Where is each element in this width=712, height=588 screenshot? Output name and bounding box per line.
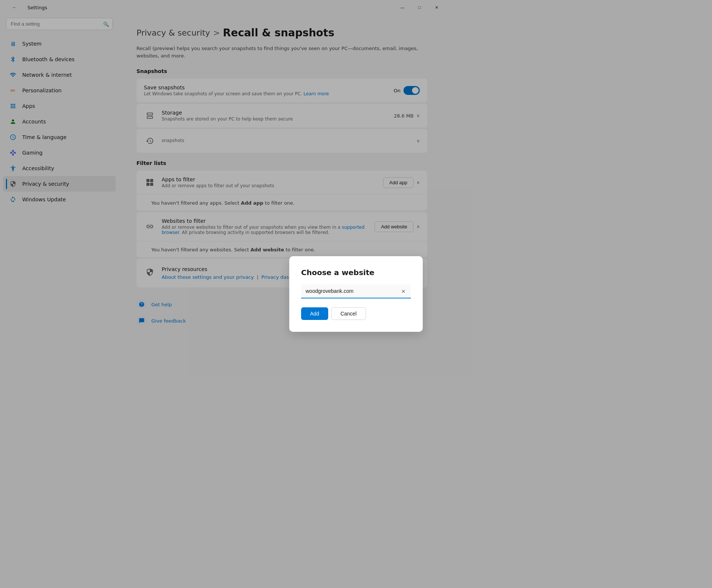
website-input[interactable] <box>301 284 411 298</box>
dialog-actions: Add Cancel <box>301 307 411 320</box>
dialog-add-button[interactable]: Add <box>301 307 328 320</box>
dialog-cancel-button[interactable]: Cancel <box>331 307 366 320</box>
dialog-title: Choose a website <box>301 268 411 277</box>
dialog-clear-button[interactable]: ✕ <box>399 287 408 296</box>
dialog-overlay: Choose a website ✕ Add Cancel <box>0 0 445 371</box>
choose-website-dialog: Choose a website ✕ Add Cancel <box>289 256 423 332</box>
dialog-input-wrap: ✕ <box>301 284 411 298</box>
clear-icon: ✕ <box>401 288 406 294</box>
